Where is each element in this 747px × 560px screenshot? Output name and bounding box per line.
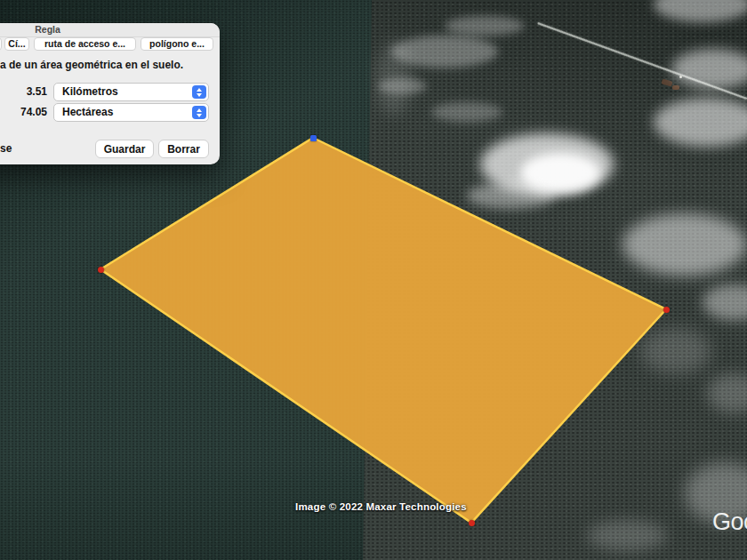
perimeter-unit-select[interactable]: Kilómetros — [53, 83, 209, 101]
map-canvas[interactable]: Image © 2022 Maxar Technologies Google R… — [0, 0, 747, 560]
map-attribution: Image © 2022 Maxar Technologies — [295, 501, 467, 512]
area-unit-select[interactable]: Hectáreas — [53, 103, 209, 122]
ruler-dialog: Regla Cí... ruta de acceso e... polígono… — [0, 23, 220, 164]
dialog-titlebar[interactable]: Regla — [0, 23, 220, 37]
tab-poligono[interactable]: polígono e... — [141, 37, 213, 51]
perimeter-unit-label: Kilómetros — [62, 84, 118, 100]
dialog-title: Regla — [35, 24, 60, 35]
area-value: 74.05 — [9, 103, 47, 122]
google-watermark-text: Google — [712, 508, 747, 535]
tab-truncated[interactable] — [0, 37, 2, 51]
tab-circulo[interactable]: Cí... — [4, 37, 29, 51]
select-stepper-icon — [192, 85, 206, 99]
polygon-vertex[interactable] — [469, 520, 475, 526]
area-unit-label: Hectáreas — [62, 104, 113, 121]
polygon-vertex[interactable] — [98, 267, 104, 273]
select-stepper-icon — [192, 106, 206, 119]
google-watermark-logo: Google — [712, 508, 747, 542]
dialog-description: a de un área geométrica en el suelo. — [0, 59, 217, 71]
tab-ruta-de-acceso[interactable]: ruta de acceso e... — [34, 37, 136, 51]
polygon-vertex-active[interactable] — [310, 135, 317, 141]
polygon-vertex[interactable] — [663, 307, 670, 313]
guardar-button[interactable]: Guardar — [95, 140, 154, 158]
perimeter-value: 3.51 — [9, 83, 47, 101]
footer-text-fragment: se — [0, 140, 12, 158]
borrar-button[interactable]: Borrar — [158, 140, 209, 158]
